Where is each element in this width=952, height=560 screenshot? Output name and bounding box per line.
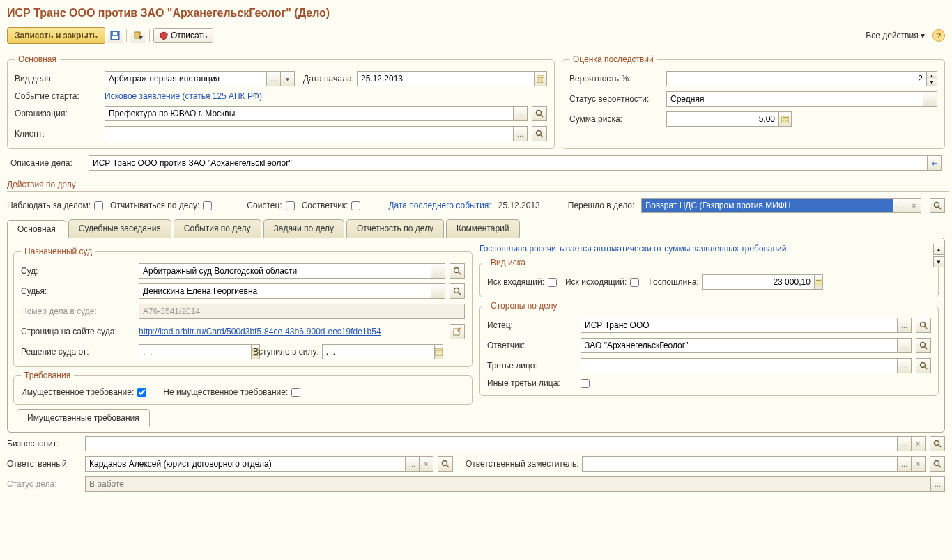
clear-button[interactable]: × xyxy=(420,456,433,472)
scroll-down[interactable]: ▼ xyxy=(933,256,944,267)
spinner[interactable]: ▲▼ xyxy=(927,71,937,86)
ellipsis-button[interactable]: … xyxy=(898,318,912,333)
incoming-checkbox[interactable] xyxy=(548,278,557,287)
calc-icon[interactable] xyxy=(815,274,823,290)
effective-date-input[interactable] xyxy=(322,344,435,359)
label-incoming: Иск входящий: xyxy=(487,277,544,287)
label-prob: Вероятность %: xyxy=(569,74,663,84)
save-icon-button[interactable] xyxy=(107,28,123,43)
magnify-button[interactable] xyxy=(916,358,931,373)
ellipsis-button[interactable]: … xyxy=(267,71,281,86)
save-close-button[interactable]: Записать и закрыть xyxy=(7,27,105,44)
ellipsis-button[interactable]: … xyxy=(893,198,907,213)
ellipsis-button[interactable]: … xyxy=(514,126,528,141)
ellipsis-button[interactable]: … xyxy=(898,456,912,472)
outgoing-checkbox[interactable] xyxy=(630,278,639,287)
tab-reporting[interactable]: Отчетность по делу xyxy=(346,219,444,238)
tab-tasks[interactable]: Задачи по делу xyxy=(263,219,344,238)
ellipsis-button[interactable]: … xyxy=(406,456,420,472)
calendar-icon[interactable] xyxy=(535,71,547,86)
risk-amount-input[interactable] xyxy=(666,111,779,127)
unsubscribe-button[interactable]: Отписать xyxy=(153,28,213,43)
label-codefendant: Соответчик: xyxy=(302,201,348,210)
plaintiff-input[interactable] xyxy=(581,318,898,333)
third-input[interactable] xyxy=(581,358,898,373)
separator xyxy=(126,29,127,42)
svg-point-22 xyxy=(454,288,459,293)
magnify-button[interactable] xyxy=(930,436,945,451)
magnify-button[interactable] xyxy=(916,318,931,333)
ellipsis-button[interactable]: … xyxy=(898,436,912,451)
scroll-up[interactable]: ▲ xyxy=(933,244,944,255)
magnify-button[interactable] xyxy=(532,106,547,121)
fieldset-parties: Стороны по делу Истец: … Ответчик: … Тре… xyxy=(479,301,939,396)
edit-icon[interactable] xyxy=(450,324,465,339)
ellipsis-button[interactable]: … xyxy=(923,91,937,107)
dropdown-button[interactable]: ▾ xyxy=(281,71,295,86)
property-claim-checkbox[interactable] xyxy=(137,388,146,397)
expand-icon[interactable] xyxy=(928,155,942,171)
decision-date-input[interactable] xyxy=(139,344,252,359)
court-page-link[interactable]: http://kad.arbitr.ru/Card/500d3bf5-84ce-… xyxy=(139,327,444,336)
duty-input[interactable] xyxy=(702,274,815,290)
report-checkbox[interactable] xyxy=(203,201,212,210)
tab-main[interactable]: Основная xyxy=(7,220,66,238)
tab-hearings[interactable]: Судебные заседания xyxy=(68,219,171,238)
court-input[interactable] xyxy=(139,263,431,279)
all-actions-button[interactable]: Все действия ▾ xyxy=(866,31,925,40)
magnify-button[interactable] xyxy=(438,456,453,472)
sub-tab-property[interactable]: Имущественные требования xyxy=(17,409,150,427)
clear-button[interactable]: × xyxy=(912,456,926,472)
magnify-button[interactable] xyxy=(450,263,465,279)
magnify-button[interactable] xyxy=(930,198,945,213)
start-date-input[interactable] xyxy=(357,71,535,86)
magnify-button[interactable] xyxy=(916,338,931,353)
svg-line-40 xyxy=(447,465,449,467)
help-icon[interactable]: ? xyxy=(932,29,945,42)
deputy-input[interactable] xyxy=(582,456,898,472)
ellipsis-button[interactable]: … xyxy=(931,476,945,492)
magnify-button[interactable] xyxy=(930,456,945,472)
actions-row: Наблюдать за делом: Отчитываться по делу… xyxy=(3,194,949,217)
spin-down[interactable]: ▼ xyxy=(927,79,937,86)
ellipsis-button[interactable]: … xyxy=(431,283,445,299)
calc-icon[interactable] xyxy=(779,111,792,127)
prob-status-input[interactable] xyxy=(666,91,923,107)
codefendant-checkbox[interactable] xyxy=(351,201,360,210)
dropdown-icon-button[interactable] xyxy=(130,28,146,43)
magnify-button[interactable] xyxy=(450,283,465,299)
org-input[interactable] xyxy=(105,106,514,121)
ellipsis-button[interactable]: … xyxy=(898,358,912,373)
calendar-icon[interactable] xyxy=(435,344,443,359)
ellipsis-button[interactable]: … xyxy=(431,263,445,279)
fieldset-claims: Требования Имущественное требование: Не … xyxy=(13,371,473,405)
svg-line-38 xyxy=(939,445,941,447)
clear-button[interactable]: × xyxy=(907,198,921,213)
went-to-case-input[interactable] xyxy=(641,198,893,213)
prob-input[interactable] xyxy=(666,71,927,86)
desc-input[interactable] xyxy=(89,155,928,171)
other-third-checkbox[interactable] xyxy=(581,379,590,388)
responsible-input[interactable] xyxy=(85,456,406,472)
magnify-button[interactable] xyxy=(532,126,547,141)
legend-claims: Требования xyxy=(21,371,74,380)
ellipsis-button[interactable]: … xyxy=(514,106,528,121)
start-event-link[interactable]: Исковое заявление (статья 125 АПК РФ) xyxy=(105,91,262,101)
unit-input[interactable] xyxy=(85,436,898,451)
tab-comment[interactable]: Комментарий xyxy=(446,219,520,238)
clear-button[interactable]: × xyxy=(912,436,926,451)
client-input[interactable] xyxy=(105,126,514,141)
coplaintiff-checkbox[interactable] xyxy=(286,201,295,210)
nonproperty-claim-checkbox[interactable] xyxy=(291,388,300,397)
tab-events[interactable]: События по делу xyxy=(174,219,261,238)
watch-checkbox[interactable] xyxy=(94,201,103,210)
page-title: ИСР Транс ООО против ЗАО "АрханегельскГе… xyxy=(7,7,949,20)
spin-up[interactable]: ▲ xyxy=(927,72,937,79)
ellipsis-button[interactable]: … xyxy=(898,338,912,353)
svg-point-35 xyxy=(921,363,926,368)
label-coplaintiff: Соистец: xyxy=(247,201,282,210)
defendant-input[interactable] xyxy=(581,338,898,353)
judge-input[interactable] xyxy=(139,283,431,299)
svg-line-32 xyxy=(925,327,927,329)
case-type-input[interactable] xyxy=(105,71,267,86)
